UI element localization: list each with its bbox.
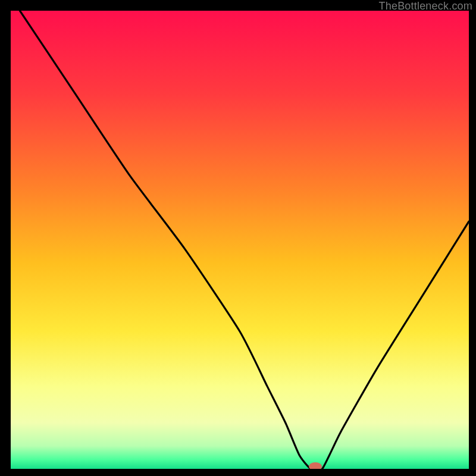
attribution-label: TheBottleneck.com bbox=[379, 0, 472, 12]
plot-area bbox=[11, 11, 469, 469]
chart-stage: TheBottleneck.com bbox=[0, 0, 476, 476]
bottleneck-chart bbox=[11, 11, 469, 469]
gradient-background bbox=[11, 11, 469, 469]
